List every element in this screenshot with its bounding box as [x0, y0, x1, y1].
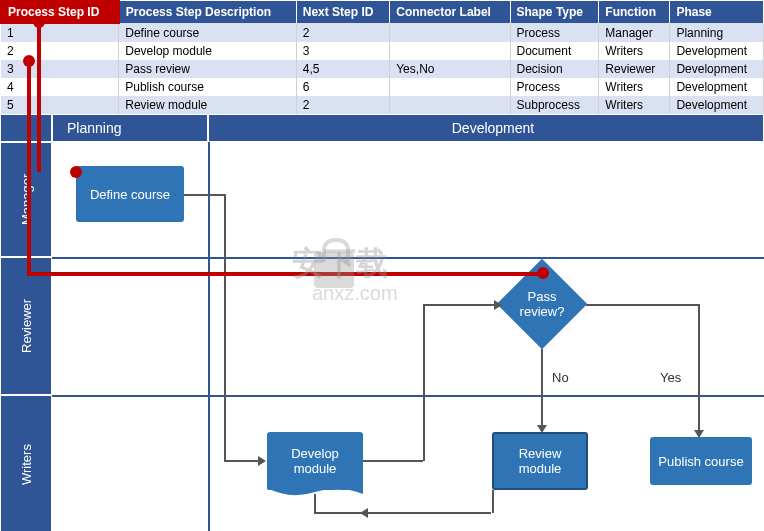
- table-row: 2Develop module3DocumentWritersDevelopme…: [1, 42, 764, 60]
- table-cell: Develop module: [119, 42, 297, 60]
- table-cell: Yes,No: [390, 60, 510, 78]
- header-shape: Shape Type: [510, 1, 599, 23]
- lane-writers: Writers: [0, 395, 52, 531]
- shape-define-course: Define course: [76, 166, 184, 222]
- watermark-text: 安下载: [292, 242, 388, 286]
- connector-line: [224, 194, 226, 460]
- table-cell: Planning: [670, 23, 764, 42]
- phase-planning: Planning: [52, 114, 208, 142]
- table-cell: 1: [1, 23, 119, 42]
- header-step-id: Process Step ID: [1, 1, 119, 23]
- table-cell: Writers: [599, 96, 670, 114]
- callout-line: [27, 272, 543, 276]
- table-row: 4Publish course6ProcessWritersDevelopmen…: [1, 78, 764, 96]
- connector-line: [363, 460, 423, 462]
- header-next: Next Step ID: [296, 1, 389, 23]
- table-cell: Development: [670, 60, 764, 78]
- arrow-icon: [494, 300, 502, 310]
- connector-line: [492, 490, 494, 513]
- table-cell: Reviewer: [599, 60, 670, 78]
- table-cell: 6: [296, 78, 389, 96]
- table-cell: 4,5: [296, 60, 389, 78]
- lane-labels: Manager Reviewer Writers: [0, 142, 52, 531]
- table-cell: 5: [1, 96, 119, 114]
- shape-review-module: Review module: [492, 432, 588, 490]
- shape-publish-course: Publish course: [650, 437, 752, 485]
- table-cell: Decision: [510, 60, 599, 78]
- table-cell: Document: [510, 42, 599, 60]
- table-cell: [390, 23, 510, 42]
- table-header-row: Process Step ID Process Step Description…: [1, 1, 764, 23]
- pass-review-label: Pass review?: [514, 289, 570, 319]
- table-cell: Process: [510, 23, 599, 42]
- callout-dot: [537, 267, 549, 279]
- callout-dot: [23, 55, 35, 67]
- table-cell: Publish course: [119, 78, 297, 96]
- flowchart-diagram: Planning Development Manager Reviewer Wr…: [0, 114, 764, 531]
- table-cell: Process: [510, 78, 599, 96]
- connector-label-yes: Yes: [660, 370, 681, 385]
- phase-development: Development: [208, 114, 764, 142]
- connector-line: [184, 194, 224, 196]
- arrow-icon: [694, 430, 704, 438]
- lane-reviewer: Reviewer: [0, 257, 52, 395]
- table-cell: Development: [670, 96, 764, 114]
- table-cell: Manager: [599, 23, 670, 42]
- table-cell: Development: [670, 78, 764, 96]
- table-cell: 3: [1, 60, 119, 78]
- table-cell: Writers: [599, 42, 670, 60]
- table-row: 1Define course2ProcessManagerPlanning: [1, 23, 764, 42]
- table-row: 3Pass review4,5Yes,NoDecisionReviewerDev…: [1, 60, 764, 78]
- arrow-icon: [360, 508, 368, 518]
- phase-header: Planning Development: [0, 114, 764, 142]
- connector-line: [586, 304, 698, 306]
- table-cell: [390, 42, 510, 60]
- connector-line: [314, 494, 316, 513]
- table-cell: Subprocess: [510, 96, 599, 114]
- swimlanes: Manager Reviewer Writers Define course D…: [0, 142, 764, 531]
- table-cell: 2: [296, 23, 389, 42]
- table-cell: 2: [296, 96, 389, 114]
- connector-line: [224, 460, 260, 462]
- table-cell: Pass review: [119, 60, 297, 78]
- watermark-url: anxz.com: [312, 282, 398, 305]
- lane-area: Define course Develop module Pass review…: [52, 142, 764, 531]
- shape-develop-module: Develop module: [267, 432, 363, 490]
- table-row: 5Review module2SubprocessWritersDevelopm…: [1, 96, 764, 114]
- callout-line: [27, 59, 31, 274]
- header-function: Function: [599, 1, 670, 23]
- table-cell: 3: [296, 42, 389, 60]
- table-cell: 4: [1, 78, 119, 96]
- corner-cell: [0, 114, 52, 142]
- header-desc: Process Step Description: [119, 1, 297, 23]
- table-cell: Writers: [599, 78, 670, 96]
- connector-line: [367, 512, 491, 514]
- table-cell: Review module: [119, 96, 297, 114]
- table-cell: [390, 96, 510, 114]
- connector-line: [423, 304, 496, 306]
- phase-divider: [208, 142, 210, 531]
- table-cell: Define course: [119, 23, 297, 42]
- process-table: Process Step ID Process Step Description…: [0, 0, 764, 114]
- callout-line: [37, 20, 41, 172]
- callout-dot: [70, 166, 82, 178]
- connector-line: [423, 304, 425, 461]
- table-cell: 2: [1, 42, 119, 60]
- callout-dot: [33, 16, 45, 28]
- develop-module-label: Develop module: [271, 446, 359, 476]
- header-connector: Connector Label: [390, 1, 510, 23]
- connector-label-no: No: [552, 370, 569, 385]
- lane-manager: Manager: [0, 142, 52, 257]
- connector-line: [698, 304, 700, 432]
- lane-divider: [52, 395, 764, 397]
- arrow-icon: [537, 425, 547, 433]
- table-cell: [390, 78, 510, 96]
- table-cell: Development: [670, 42, 764, 60]
- lane-divider: [52, 257, 764, 259]
- arrow-icon: [258, 456, 266, 466]
- connector-line: [541, 349, 543, 427]
- header-phase: Phase: [670, 1, 764, 23]
